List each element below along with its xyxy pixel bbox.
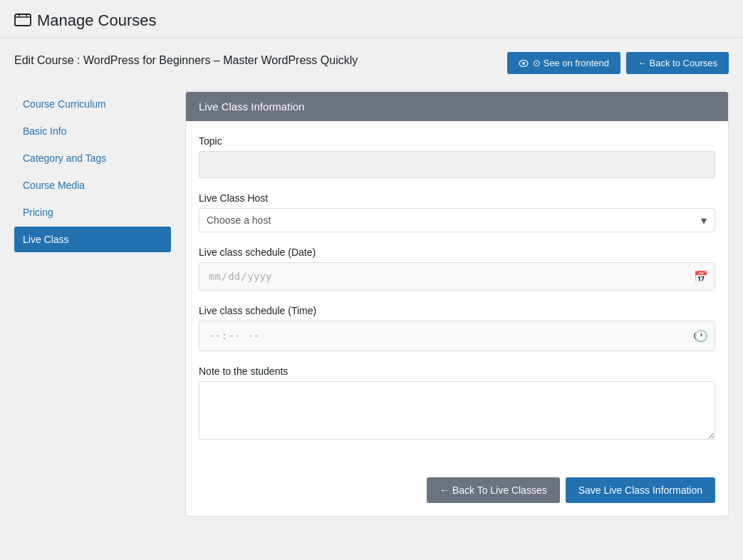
page-title: Manage Courses (14, 11, 157, 30)
save-live-class-button[interactable]: Save Live Class Information (566, 477, 715, 503)
topic-group: Topic (199, 135, 715, 178)
sidebar-item-course-curriculum[interactable]: Course Curriculum (14, 91, 171, 117)
sidebar-item-category-and-tags[interactable]: Category and Tags (14, 145, 171, 171)
time-input[interactable] (199, 321, 715, 351)
sidebar-item-live-class[interactable]: Live Class (14, 227, 171, 252)
back-to-courses-button[interactable]: ← Back to Courses (626, 52, 729, 74)
sidebar-item-basic-info[interactable]: Basic Info (14, 118, 171, 144)
time-group: Live class schedule (Time) 🕐 (199, 305, 715, 351)
host-group: Live Class Host Choose a host (199, 192, 715, 232)
sidebar: Course Curriculum Basic Info Category an… (14, 91, 171, 254)
panel-title: Live Class Information (186, 92, 728, 121)
time-label: Live class schedule (Time) (199, 305, 715, 316)
topic-input[interactable] (199, 151, 715, 178)
date-input[interactable] (199, 262, 715, 291)
svg-point-5 (522, 62, 525, 65)
live-class-form-panel: Live Class Information Topic Live Class … (185, 91, 729, 517)
form-actions: ← Back To Live Classes Save Live Class I… (186, 470, 728, 516)
host-label: Live Class Host (199, 192, 715, 204)
date-label: Live class schedule (Date) (199, 247, 715, 258)
see-on-frontend-button[interactable]: ⊙ See on frontend (507, 52, 620, 74)
sidebar-item-course-media[interactable]: Course Media (14, 172, 171, 198)
eye-icon (519, 60, 529, 67)
note-group: Note to the students (199, 365, 715, 442)
host-select[interactable]: Choose a host (199, 208, 715, 232)
date-group: Live class schedule (Date) 📅 (199, 247, 715, 291)
sidebar-item-pricing[interactable]: Pricing (14, 199, 171, 225)
svg-rect-0 (15, 14, 31, 26)
topic-label: Topic (199, 135, 715, 147)
note-label: Note to the students (199, 365, 715, 377)
back-to-live-classes-button[interactable]: ← Back To Live Classes (427, 477, 560, 503)
course-edit-title: Edit Course : WordPress for Beginners – … (14, 52, 358, 69)
manage-courses-icon (14, 14, 31, 28)
note-textarea[interactable] (199, 381, 715, 440)
